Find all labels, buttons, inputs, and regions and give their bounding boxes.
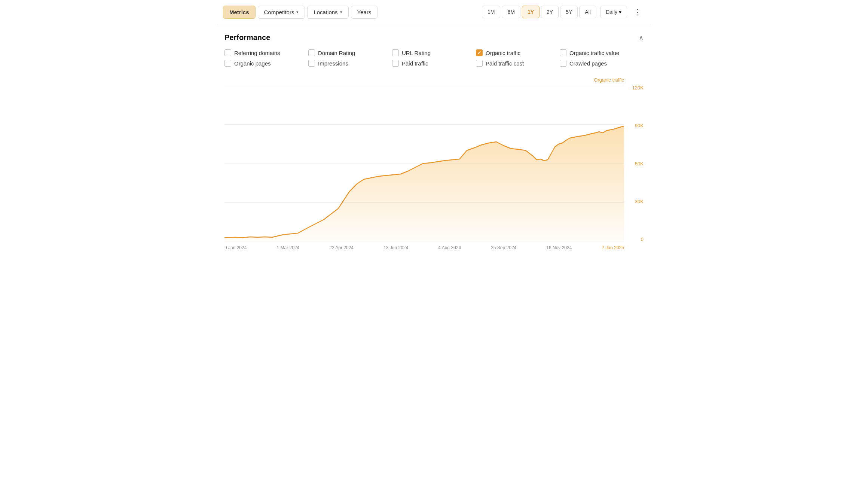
y-axis: 120K 90K 60K 30K 0: [626, 85, 644, 242]
x-label-nov2024: 16 Nov 2024: [546, 245, 572, 250]
tab-competitors[interactable]: Competitors▾: [258, 6, 305, 19]
y-label-90k: 90K: [626, 123, 644, 128]
checkbox-domain-rating[interactable]: [308, 49, 315, 56]
y-label-0: 0: [626, 237, 644, 242]
metric-paid-traffic-cost[interactable]: Paid traffic cost: [476, 60, 560, 67]
metric-label-paid-traffic-cost: Paid traffic cost: [486, 60, 524, 67]
checkbox-crawled-pages[interactable]: [560, 60, 566, 67]
metric-label-organic-traffic-value: Organic traffic value: [569, 50, 619, 56]
tab-metrics[interactable]: Metrics: [223, 6, 256, 19]
time-range-5y[interactable]: 5Y: [560, 6, 578, 18]
chevron-daily-icon: ▾: [619, 9, 621, 15]
metric-label-impressions: Impressions: [318, 60, 348, 67]
x-label-mar2024: 1 Mar 2024: [277, 245, 300, 250]
y-label-120k: 120K: [626, 85, 644, 91]
metric-label-url-rating: URL Rating: [402, 50, 431, 56]
checkbox-organic-traffic[interactable]: [476, 49, 483, 56]
metric-domain-rating[interactable]: Domain Rating: [308, 49, 392, 56]
chevron-competitors-icon: ▾: [296, 10, 299, 15]
collapse-button[interactable]: ∧: [639, 34, 644, 42]
more-options-button[interactable]: ⋮: [630, 4, 645, 19]
metric-organic-traffic[interactable]: Organic traffic: [476, 49, 560, 56]
time-range-1y[interactable]: 1Y: [522, 6, 540, 18]
metric-organic-pages[interactable]: Organic pages: [224, 60, 308, 67]
chart-wrapper: 120K 90K 60K 30K 0: [224, 85, 624, 242]
x-label-jan2025: 7 Jan 2025: [602, 245, 624, 250]
x-label-jan2024: 9 Jan 2024: [224, 245, 247, 250]
time-range-6m[interactable]: 6M: [502, 6, 520, 18]
tab-years[interactable]: Years: [351, 6, 378, 19]
y-label-60k: 60K: [626, 161, 644, 167]
section-header: Performance ∧: [224, 33, 644, 42]
interval-daily-button[interactable]: Daily ▾: [600, 6, 627, 18]
chart-area: [224, 126, 624, 242]
metric-label-referring-domains: Referring domains: [234, 50, 280, 56]
time-range-2y[interactable]: 2Y: [541, 6, 559, 18]
chart-svg: [224, 85, 624, 242]
metric-impressions[interactable]: Impressions: [308, 60, 392, 67]
interval-label: Daily: [606, 9, 617, 15]
metric-paid-traffic[interactable]: Paid traffic: [392, 60, 476, 67]
checkbox-paid-traffic[interactable]: [392, 60, 399, 67]
performance-section: Performance ∧ Referring domainsDomain Ra…: [217, 24, 651, 258]
toolbar-left: MetricsCompetitors▾Locations▾Years: [223, 6, 378, 19]
checkbox-paid-traffic-cost[interactable]: [476, 60, 483, 67]
section-title: Performance: [224, 33, 270, 42]
metric-label-crawled-pages: Crawled pages: [569, 60, 607, 67]
x-label-apr2024: 22 Apr 2024: [329, 245, 354, 250]
checkbox-organic-pages[interactable]: [224, 60, 231, 67]
x-label-jun2024: 13 Jun 2024: [383, 245, 408, 250]
time-range-1m[interactable]: 1M: [482, 6, 500, 18]
metric-label-organic-traffic: Organic traffic: [486, 50, 520, 56]
metric-label-domain-rating: Domain Rating: [318, 50, 355, 56]
checkbox-organic-traffic-value[interactable]: [560, 49, 566, 56]
metric-crawled-pages[interactable]: Crawled pages: [560, 60, 644, 67]
time-range-all[interactable]: All: [579, 6, 596, 18]
tab-locations[interactable]: Locations▾: [307, 6, 348, 19]
y-label-30k: 30K: [626, 199, 644, 204]
checkbox-url-rating[interactable]: [392, 49, 399, 56]
metric-referring-domains[interactable]: Referring domains: [224, 49, 308, 56]
x-label-aug2024: 4 Aug 2024: [438, 245, 461, 250]
x-axis: 9 Jan 2024 1 Mar 2024 22 Apr 2024 13 Jun…: [224, 242, 624, 250]
metric-organic-traffic-value[interactable]: Organic traffic value: [560, 49, 644, 56]
toolbar: MetricsCompetitors▾Locations▾Years 1M6M1…: [217, 0, 651, 24]
toolbar-right: 1M6M1Y2Y5YAllDaily ▾⋮: [482, 4, 645, 19]
checkbox-impressions[interactable]: [308, 60, 315, 67]
chevron-locations-icon: ▾: [340, 10, 342, 15]
x-label-sep2024: 25 Sep 2024: [491, 245, 516, 250]
metrics-grid: Referring domainsDomain RatingURL Rating…: [224, 49, 644, 67]
metric-label-paid-traffic: Paid traffic: [402, 60, 428, 67]
metric-url-rating[interactable]: URL Rating: [392, 49, 476, 56]
checkbox-referring-domains[interactable]: [224, 49, 231, 56]
chart-container: Organic traffic: [224, 77, 644, 258]
chart-series-label: Organic traffic: [224, 77, 644, 83]
metric-label-organic-pages: Organic pages: [234, 60, 271, 67]
